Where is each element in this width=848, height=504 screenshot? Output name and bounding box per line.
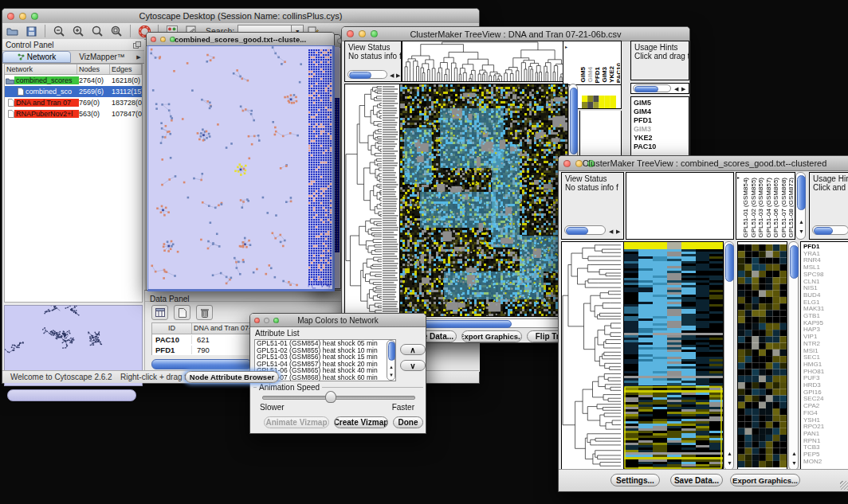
tab-overflow-icon[interactable]: ▶ bbox=[133, 51, 144, 63]
zoom-fit-icon[interactable] bbox=[108, 23, 125, 39]
zoom-heatmap-canvas[interactable] bbox=[738, 244, 787, 467]
column-label[interactable]: GPL51-02 (GSM855) bbox=[751, 178, 758, 238]
heatmap-vscrollbar[interactable]: ▲ ▼ bbox=[724, 241, 734, 471]
column-label[interactable]: GIM5 bbox=[580, 67, 587, 83]
view-status-scrollbar[interactable] bbox=[347, 70, 387, 79]
scroll-down-icon[interactable]: ▼ bbox=[389, 373, 394, 377]
gene-label[interactable]: PFD1 bbox=[634, 116, 689, 125]
network-table-header-cell[interactable]: Nodes bbox=[77, 64, 110, 74]
heatmap-panel[interactable] bbox=[399, 84, 568, 317]
scroll-left-icon[interactable]: ◀ bbox=[609, 229, 613, 234]
attribute-list-scrollbar[interactable]: ▲ ▼ bbox=[387, 340, 395, 381]
scroll-right-icon[interactable]: ▸ bbox=[737, 175, 740, 180]
tab-vizmapper[interactable]: VizMapper™ bbox=[71, 51, 133, 63]
settings-button[interactable]: Settings... bbox=[610, 474, 660, 486]
zoom-in-icon[interactable] bbox=[69, 23, 87, 39]
animate-vizmap-button[interactable]: Animate Vizmap bbox=[264, 416, 329, 428]
resize-grip[interactable] bbox=[840, 481, 848, 490]
scroll-down-icon[interactable]: ▼ bbox=[727, 460, 732, 466]
zoom-heatmap-panel[interactable] bbox=[737, 241, 787, 471]
tab-network[interactable]: Network bbox=[2, 51, 71, 63]
column-label[interactable]: GPL51-06 (GSM865) bbox=[773, 178, 780, 238]
view-status-scrollbar[interactable] bbox=[564, 225, 606, 235]
column-dendrogram-panel[interactable] bbox=[402, 41, 575, 82]
scroll-down-icon[interactable]: ▼ bbox=[799, 229, 804, 234]
data-panel-scrollbar[interactable] bbox=[151, 359, 252, 369]
gene-label[interactable]: GIM4 bbox=[634, 107, 689, 116]
zoom-selected-icon[interactable] bbox=[88, 23, 106, 39]
zoom-vscrollbar[interactable]: ▲ ▼ bbox=[788, 241, 799, 471]
node-attribute-browser-button[interactable]: Node Attribute Browser bbox=[185, 371, 279, 383]
gene-label[interactable]: GIM3 bbox=[634, 125, 689, 134]
scroll-right-icon[interactable]: ▶ bbox=[396, 72, 400, 78]
usage-scrollbar[interactable] bbox=[812, 225, 848, 235]
correlation-matrix-canvas[interactable] bbox=[582, 96, 616, 109]
attribute-table-icon[interactable] bbox=[151, 305, 168, 320]
delete-attribute-icon[interactable] bbox=[196, 305, 213, 320]
treeview-combined-window[interactable]: ClusterMaker TreeView : combined_scores_… bbox=[558, 155, 848, 492]
column-label[interactable]: PAC10 bbox=[616, 63, 620, 83]
scroll-down-icon[interactable]: ▼ bbox=[791, 460, 797, 466]
column-label[interactable]: GIM4 bbox=[587, 67, 594, 83]
network-table-row[interactable]: combined_scores2764(0)16218(0) bbox=[5, 75, 142, 86]
usage-scrollbar[interactable] bbox=[633, 84, 671, 92]
gene-id-cell[interactable]: PAC10 bbox=[152, 335, 192, 344]
export-graphics-button[interactable]: Export Graphics... bbox=[461, 330, 522, 342]
network-table[interactable]: combined_scores2764(0)16218(0)combined_s… bbox=[5, 75, 142, 119]
scroll-up-icon[interactable]: ▲ bbox=[799, 219, 804, 225]
done-button[interactable]: Done bbox=[393, 416, 423, 428]
network-canvas[interactable] bbox=[148, 46, 332, 289]
export-graphics-button[interactable]: Export Graphics... bbox=[730, 474, 800, 486]
row-dendrogram-panel[interactable] bbox=[344, 84, 400, 317]
create-vizmap-button[interactable]: Create Vizmap bbox=[334, 416, 388, 428]
animation-speed-slider-thumb[interactable] bbox=[325, 391, 336, 403]
data-table-id-header[interactable]: ID bbox=[152, 323, 192, 334]
scroll-right-icon[interactable]: ▶ bbox=[616, 229, 620, 234]
network-table-row[interactable]: RNAPuberNov2+l563(0)107847(0) bbox=[5, 108, 142, 119]
save-icon[interactable] bbox=[22, 23, 40, 39]
column-labels-scrollbar[interactable]: ▲ ▼ bbox=[795, 172, 806, 240]
overview-scrollbar[interactable] bbox=[7, 389, 136, 401]
network-name[interactable]: combined_sco bbox=[24, 88, 79, 96]
float-panel-icon[interactable] bbox=[133, 37, 144, 52]
gene-label[interactable]: GIM5 bbox=[634, 99, 689, 107]
heatmap-panel[interactable] bbox=[623, 241, 724, 471]
network-table-row[interactable]: DNA and Tran 07769(0)183728(0) bbox=[5, 97, 142, 108]
column-label[interactable]: GPL51-01 (GSM854) bbox=[743, 178, 750, 238]
gene-label[interactable]: PAC10 bbox=[634, 143, 689, 151]
network-name[interactable]: combined_scores bbox=[14, 76, 79, 84]
new-attribute-icon[interactable] bbox=[174, 305, 190, 320]
network-table-row[interactable]: combined_sco2569(6)13112(15) bbox=[5, 86, 142, 97]
column-label[interactable]: GPL51-08 (GSM872) bbox=[788, 178, 794, 238]
row-dendrogram-panel[interactable] bbox=[561, 241, 624, 471]
move-up-button[interactable]: ∧ bbox=[400, 344, 426, 355]
network-name[interactable]: RNAPuberNov2+l bbox=[14, 110, 79, 118]
network-name[interactable]: DNA and Tran 07 bbox=[14, 99, 79, 107]
column-labels-panel[interactable]: ▸ GPL51-01 (GSM854)GPL51-02 (GSM855)GPL5… bbox=[736, 172, 795, 240]
heatmap-canvas[interactable] bbox=[400, 84, 567, 316]
save-data-button[interactable]: Save Data... bbox=[670, 474, 723, 486]
network-table-header-cell[interactable]: Edges bbox=[110, 64, 142, 74]
gene-label[interactable]: YKE2 bbox=[634, 134, 689, 143]
zoom-out-icon[interactable] bbox=[50, 23, 68, 39]
column-label[interactable]: YKE2 bbox=[609, 66, 615, 83]
network-table-header-cell[interactable]: Network bbox=[5, 64, 77, 74]
open-file-icon[interactable] bbox=[3, 23, 21, 39]
column-label[interactable]: GPL51-07 (GSM868) bbox=[781, 178, 788, 238]
network-view-window[interactable]: combined_scores_good.txt--cluste... bbox=[146, 32, 335, 291]
column-label[interactable]: GIM3 bbox=[602, 67, 608, 83]
move-down-button[interactable]: ∨ bbox=[400, 360, 426, 371]
gene-id-cell[interactable]: PFD1 bbox=[152, 346, 192, 354]
column-label[interactable]: PFD1 bbox=[595, 67, 601, 83]
global-tree-panel[interactable] bbox=[626, 172, 734, 240]
heatmap-canvas[interactable] bbox=[624, 242, 723, 470]
main-titlebar[interactable]: Cytoscape Desktop (Session Name: collins… bbox=[2, 9, 479, 24]
column-label[interactable]: GPL51-03 (GSM856) bbox=[758, 178, 765, 238]
animation-speed-slider-track[interactable] bbox=[262, 396, 415, 400]
row-dendrogram-canvas[interactable] bbox=[562, 242, 623, 470]
column-dendrogram-canvas[interactable] bbox=[402, 41, 574, 81]
network-table-header[interactable]: NetworkNodesEdges bbox=[5, 64, 142, 75]
scroll-left-icon[interactable]: ◀ bbox=[674, 86, 678, 92]
scroll-left-icon[interactable]: ◀ bbox=[390, 72, 394, 78]
gene-label[interactable]: MON2 bbox=[803, 459, 848, 466]
